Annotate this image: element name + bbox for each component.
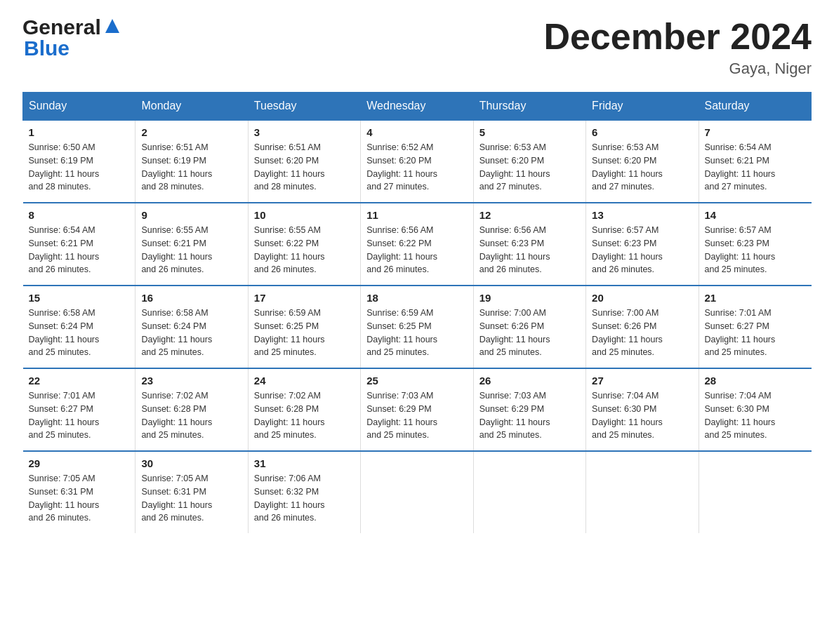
day-info: Sunrise: 7:03 AM Sunset: 6:29 PM Dayligh…	[479, 389, 580, 442]
table-row: 10 Sunrise: 6:55 AM Sunset: 6:22 PM Dayl…	[248, 203, 360, 286]
logo-general-text: General	[22, 17, 101, 38]
table-row: 26 Sunrise: 7:03 AM Sunset: 6:29 PM Dayl…	[473, 368, 585, 451]
table-row: 22 Sunrise: 7:01 AM Sunset: 6:27 PM Dayl…	[23, 368, 135, 451]
col-friday: Friday	[586, 93, 699, 121]
table-row: 25 Sunrise: 7:03 AM Sunset: 6:29 PM Dayl…	[361, 368, 473, 451]
day-number: 24	[254, 375, 355, 387]
day-number: 4	[366, 126, 467, 138]
table-row: 11 Sunrise: 6:56 AM Sunset: 6:22 PM Dayl…	[361, 203, 473, 286]
day-number: 12	[479, 209, 580, 221]
day-info: Sunrise: 6:55 AM Sunset: 6:22 PM Dayligh…	[254, 224, 355, 276]
day-info: Sunrise: 6:55 AM Sunset: 6:21 PM Dayligh…	[141, 224, 241, 276]
logo: General Blue	[22, 17, 122, 59]
day-number: 10	[254, 209, 355, 221]
day-info: Sunrise: 7:05 AM Sunset: 6:31 PM Dayligh…	[141, 472, 241, 525]
table-row: 9 Sunrise: 6:55 AM Sunset: 6:21 PM Dayli…	[135, 203, 248, 286]
table-row: 16 Sunrise: 6:58 AM Sunset: 6:24 PM Dayl…	[135, 286, 248, 368]
day-number: 5	[479, 126, 580, 138]
day-number: 7	[705, 126, 806, 138]
col-tuesday: Tuesday	[248, 93, 360, 121]
day-number: 16	[141, 292, 241, 304]
day-info: Sunrise: 6:53 AM Sunset: 6:20 PM Dayligh…	[592, 141, 692, 194]
table-row: 19 Sunrise: 7:00 AM Sunset: 6:26 PM Dayl…	[473, 286, 585, 368]
day-number: 22	[29, 375, 130, 387]
day-info: Sunrise: 7:01 AM Sunset: 6:27 PM Dayligh…	[705, 307, 806, 359]
table-row: 2 Sunrise: 6:51 AM Sunset: 6:19 PM Dayli…	[135, 120, 248, 203]
day-number: 23	[141, 375, 241, 387]
logo-triangle-icon	[102, 16, 122, 36]
day-info: Sunrise: 7:02 AM Sunset: 6:28 PM Dayligh…	[254, 389, 355, 442]
day-info: Sunrise: 6:54 AM Sunset: 6:21 PM Dayligh…	[29, 224, 130, 276]
table-row: 21 Sunrise: 7:01 AM Sunset: 6:27 PM Dayl…	[699, 286, 811, 368]
day-info: Sunrise: 7:04 AM Sunset: 6:30 PM Dayligh…	[592, 389, 692, 442]
page-header: General Blue December 2024 Gaya, Niger	[22, 17, 812, 78]
calendar-week-row: 22 Sunrise: 7:01 AM Sunset: 6:27 PM Dayl…	[23, 368, 812, 451]
day-info: Sunrise: 6:57 AM Sunset: 6:23 PM Dayligh…	[705, 224, 806, 276]
table-row: 12 Sunrise: 6:56 AM Sunset: 6:23 PM Dayl…	[473, 203, 585, 286]
location-label: Gaya, Niger	[543, 60, 812, 78]
day-number: 3	[254, 126, 355, 138]
col-thursday: Thursday	[473, 93, 585, 121]
day-info: Sunrise: 7:00 AM Sunset: 6:26 PM Dayligh…	[592, 307, 692, 359]
day-number: 18	[366, 292, 467, 304]
table-row: 29 Sunrise: 7:05 AM Sunset: 6:31 PM Dayl…	[23, 451, 135, 533]
day-info: Sunrise: 6:52 AM Sunset: 6:20 PM Dayligh…	[366, 141, 467, 194]
logo-blue-text: Blue	[24, 38, 70, 59]
table-row: 14 Sunrise: 6:57 AM Sunset: 6:23 PM Dayl…	[699, 203, 811, 286]
calendar-week-row: 1 Sunrise: 6:50 AM Sunset: 6:19 PM Dayli…	[23, 120, 812, 203]
table-row: 4 Sunrise: 6:52 AM Sunset: 6:20 PM Dayli…	[361, 120, 473, 203]
col-monday: Monday	[135, 93, 248, 121]
day-info: Sunrise: 6:50 AM Sunset: 6:19 PM Dayligh…	[29, 141, 130, 194]
table-row	[361, 451, 473, 533]
day-info: Sunrise: 6:56 AM Sunset: 6:22 PM Dayligh…	[366, 224, 467, 276]
table-row: 18 Sunrise: 6:59 AM Sunset: 6:25 PM Dayl…	[361, 286, 473, 368]
table-row: 3 Sunrise: 6:51 AM Sunset: 6:20 PM Dayli…	[248, 120, 360, 203]
table-row	[473, 451, 585, 533]
day-info: Sunrise: 6:59 AM Sunset: 6:25 PM Dayligh…	[366, 307, 467, 359]
table-row: 31 Sunrise: 7:06 AM Sunset: 6:32 PM Dayl…	[248, 451, 360, 533]
day-info: Sunrise: 7:02 AM Sunset: 6:28 PM Dayligh…	[141, 389, 241, 442]
day-number: 9	[141, 209, 241, 221]
day-info: Sunrise: 7:04 AM Sunset: 6:30 PM Dayligh…	[705, 389, 806, 442]
day-number: 25	[366, 375, 467, 387]
table-row: 1 Sunrise: 6:50 AM Sunset: 6:19 PM Dayli…	[23, 120, 135, 203]
day-number: 8	[29, 209, 130, 221]
calendar-header-row: Sunday Monday Tuesday Wednesday Thursday…	[23, 93, 812, 121]
calendar-title-section: December 2024 Gaya, Niger	[543, 17, 812, 78]
day-info: Sunrise: 7:03 AM Sunset: 6:29 PM Dayligh…	[366, 389, 467, 442]
calendar-week-row: 8 Sunrise: 6:54 AM Sunset: 6:21 PM Dayli…	[23, 203, 812, 286]
table-row: 20 Sunrise: 7:00 AM Sunset: 6:26 PM Dayl…	[586, 286, 699, 368]
day-info: Sunrise: 6:56 AM Sunset: 6:23 PM Dayligh…	[479, 224, 580, 276]
svg-marker-0	[105, 19, 119, 33]
day-number: 17	[254, 292, 355, 304]
table-row	[586, 451, 699, 533]
day-info: Sunrise: 6:59 AM Sunset: 6:25 PM Dayligh…	[254, 307, 355, 359]
day-number: 28	[705, 375, 806, 387]
table-row	[699, 451, 811, 533]
day-info: Sunrise: 7:00 AM Sunset: 6:26 PM Dayligh…	[479, 307, 580, 359]
day-number: 31	[254, 457, 355, 469]
day-number: 14	[705, 209, 806, 221]
table-row: 23 Sunrise: 7:02 AM Sunset: 6:28 PM Dayl…	[135, 368, 248, 451]
month-title: December 2024	[543, 17, 812, 57]
col-saturday: Saturday	[699, 93, 811, 121]
table-row: 17 Sunrise: 6:59 AM Sunset: 6:25 PM Dayl…	[248, 286, 360, 368]
table-row: 30 Sunrise: 7:05 AM Sunset: 6:31 PM Dayl…	[135, 451, 248, 533]
day-info: Sunrise: 6:57 AM Sunset: 6:23 PM Dayligh…	[592, 224, 692, 276]
table-row: 6 Sunrise: 6:53 AM Sunset: 6:20 PM Dayli…	[586, 120, 699, 203]
table-row: 13 Sunrise: 6:57 AM Sunset: 6:23 PM Dayl…	[586, 203, 699, 286]
day-number: 20	[592, 292, 692, 304]
day-info: Sunrise: 7:01 AM Sunset: 6:27 PM Dayligh…	[29, 389, 130, 442]
table-row: 15 Sunrise: 6:58 AM Sunset: 6:24 PM Dayl…	[23, 286, 135, 368]
table-row: 28 Sunrise: 7:04 AM Sunset: 6:30 PM Dayl…	[699, 368, 811, 451]
table-row: 27 Sunrise: 7:04 AM Sunset: 6:30 PM Dayl…	[586, 368, 699, 451]
day-number: 1	[29, 126, 130, 138]
day-number: 19	[479, 292, 580, 304]
day-info: Sunrise: 6:51 AM Sunset: 6:19 PM Dayligh…	[141, 141, 241, 194]
day-number: 21	[705, 292, 806, 304]
day-info: Sunrise: 6:53 AM Sunset: 6:20 PM Dayligh…	[479, 141, 580, 194]
table-row: 8 Sunrise: 6:54 AM Sunset: 6:21 PM Dayli…	[23, 203, 135, 286]
day-number: 6	[592, 126, 692, 138]
day-number: 29	[29, 457, 130, 469]
day-info: Sunrise: 6:54 AM Sunset: 6:21 PM Dayligh…	[705, 141, 806, 194]
